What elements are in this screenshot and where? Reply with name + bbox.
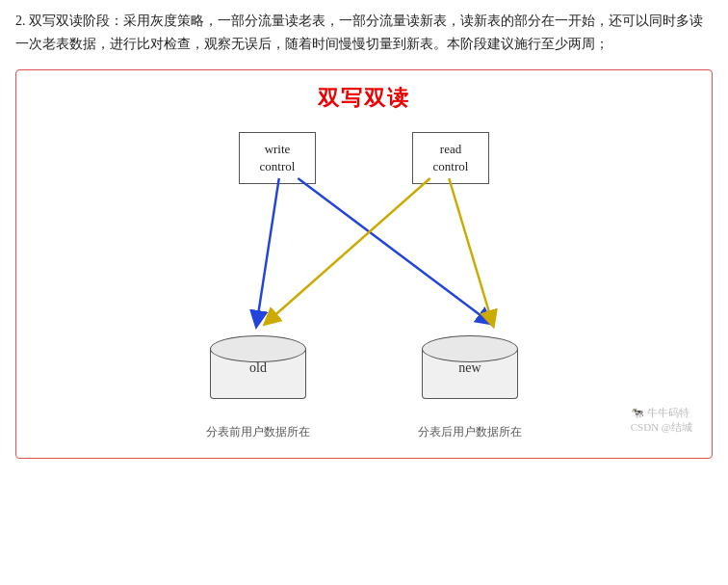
- db-new-cylinder: new: [422, 335, 518, 398]
- diagram-title: 双写双读: [26, 84, 702, 113]
- write-control-box: write control: [239, 132, 316, 184]
- read-control-box: read control: [412, 132, 489, 184]
- svg-line-0: [257, 178, 279, 320]
- write-control-line2: control: [260, 159, 296, 173]
- arrows-svg: [26, 132, 702, 440]
- db-old-label: old: [210, 360, 306, 376]
- diagram-body: write control read control: [26, 132, 702, 440]
- cyl-old-top: [210, 335, 306, 362]
- intro-paragraph: 2. 双写双读阶段：采用灰度策略，一部分流量读老表，一部分流量读新表，读新表的部…: [15, 10, 713, 56]
- svg-line-2: [270, 178, 430, 320]
- svg-line-3: [449, 178, 491, 320]
- db-old-container: old: [205, 335, 311, 402]
- watermark: 🐄 牛牛码特 CSDN @结城: [631, 406, 692, 435]
- diagram-container: 双写双读 write control read control: [15, 69, 713, 459]
- paragraph-number: 2.: [15, 13, 26, 28]
- db-old-sublabel: 分表前用户数据所在: [205, 424, 311, 440]
- svg-line-1: [298, 178, 486, 320]
- watermark-icon: 🐄: [631, 407, 644, 418]
- db-new-label: new: [422, 360, 518, 376]
- read-control-line2: control: [433, 159, 469, 173]
- watermark-sub: CSDN @结城: [631, 421, 692, 433]
- db-new-container: new: [417, 335, 523, 402]
- write-control-line1: write: [265, 142, 291, 156]
- read-control-line1: read: [440, 142, 461, 156]
- db-old-cylinder: old: [210, 335, 306, 398]
- watermark-text: 牛牛码特: [647, 407, 689, 418]
- db-new-sublabel: 分表后用户数据所在: [417, 424, 523, 440]
- cyl-new-top: [422, 335, 518, 362]
- paragraph-text: 双写双读阶段：采用灰度策略，一部分流量读老表，一部分流量读新表，读新表的部分在一…: [15, 13, 703, 51]
